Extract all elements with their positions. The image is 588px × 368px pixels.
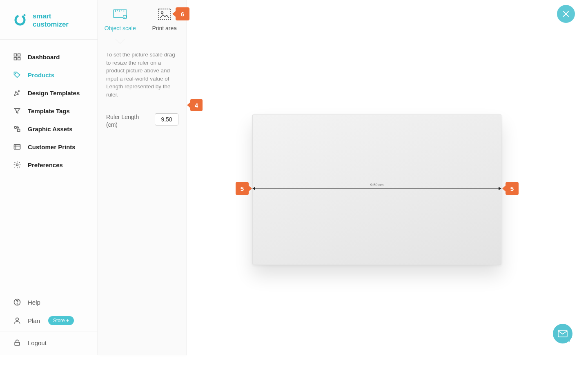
svg-point-6 (15, 73, 16, 74)
brand-logo-icon (13, 13, 27, 28)
shapes-icon (13, 125, 21, 133)
gear-icon (13, 161, 21, 169)
ruler-handle-right-icon (499, 187, 501, 190)
svg-rect-3 (18, 54, 20, 56)
svg-point-7 (14, 126, 16, 128)
sidebar-item-help[interactable]: Help (0, 293, 98, 311)
ruler-length-field: Ruler Length (cm) (106, 113, 178, 128)
scale-ruler[interactable]: 9.50 cm (252, 188, 501, 189)
help-icon (13, 298, 21, 306)
ruler-line: 9.50 cm (255, 188, 499, 189)
svg-point-1 (24, 14, 26, 16)
primary-nav: Dashboard Products Design Templates Temp… (0, 40, 98, 293)
sidebar-item-logout[interactable]: Logout (0, 334, 98, 352)
sidebar-item-preferences[interactable]: Preferences (0, 156, 98, 174)
svg-rect-8 (18, 129, 20, 132)
nav-label: Customer Prints (28, 144, 76, 150)
sidebar-item-template-tags[interactable]: Template Tags (0, 102, 98, 120)
filter-icon (13, 107, 21, 115)
ruler-icon (113, 8, 127, 21)
svg-point-10 (16, 164, 18, 166)
user-icon (13, 316, 21, 325)
svg-point-18 (161, 11, 163, 13)
sidebar-item-design-templates[interactable]: Design Templates (0, 84, 98, 102)
nav-label: Dashboard (28, 54, 60, 61)
close-icon (562, 10, 570, 18)
bottom-nav: Help Plan Store + Logout (0, 293, 98, 355)
ruler-length-input[interactable] (155, 113, 178, 126)
nav-label: Logout (28, 339, 47, 346)
settings-panel: Object scale Print area To set the pictu… (98, 0, 187, 355)
nav-label: Graphic Assets (28, 126, 73, 132)
chat-button[interactable] (553, 324, 572, 343)
svg-rect-14 (15, 342, 20, 346)
svg-rect-19 (558, 330, 567, 337)
close-button[interactable] (557, 5, 575, 23)
design-icon (13, 89, 21, 97)
svg-rect-5 (18, 58, 20, 60)
sidebar-item-dashboard[interactable]: Dashboard (0, 48, 98, 66)
callout-marker-6: 6 (176, 7, 189, 20)
lock-icon (13, 339, 21, 347)
svg-rect-9 (14, 144, 20, 149)
ruler-value: 9.50 cm (369, 183, 385, 187)
product-preview[interactable] (252, 114, 501, 265)
sidebar-item-products[interactable]: Products (0, 66, 98, 84)
field-label: Ruler Length (cm) (106, 113, 151, 128)
nav-label: Preferences (28, 162, 63, 168)
sidebar-item-customer-prints[interactable]: Customer Prints (0, 138, 98, 156)
callout-marker-5-left: 5 (236, 182, 249, 195)
svg-point-13 (16, 318, 19, 321)
plan-badge: Store + (48, 316, 74, 325)
help-text: To set the picture scale drag to resize … (106, 51, 178, 99)
tag-icon (13, 71, 21, 79)
svg-point-12 (17, 304, 17, 304)
svg-rect-4 (14, 58, 17, 60)
callout-marker-4: 4 (190, 99, 203, 111)
nav-label: Plan (28, 317, 40, 324)
tab-object-scale[interactable]: Object scale (98, 0, 143, 39)
dashboard-icon (13, 53, 21, 61)
sidebar-item-plan[interactable]: Plan Store + (0, 311, 98, 330)
nav-label: Help (28, 299, 40, 306)
prints-icon (13, 143, 21, 151)
svg-rect-16 (123, 15, 127, 18)
tab-label: Print area (152, 25, 177, 31)
tab-label: Object scale (105, 25, 136, 31)
nav-label: Products (28, 72, 54, 79)
nav-label: Template Tags (28, 108, 70, 114)
settings-tabs: Object scale Print area (98, 0, 187, 39)
nav-label: Design Templates (28, 90, 80, 96)
brand-name: smart customizer (33, 12, 85, 29)
mail-icon (558, 330, 568, 337)
callout-marker-5-right: 5 (506, 182, 519, 195)
svg-rect-2 (14, 54, 17, 56)
divider (0, 332, 98, 332)
settings-body: To set the picture scale drag to resize … (98, 39, 187, 140)
sidebar: smart customizer Dashboard Products Desi… (0, 0, 98, 355)
ruler-handle-left-icon (252, 187, 255, 190)
sidebar-item-graphic-assets[interactable]: Graphic Assets (0, 120, 98, 138)
brand: smart customizer (0, 0, 98, 40)
print-area-icon (157, 8, 172, 21)
